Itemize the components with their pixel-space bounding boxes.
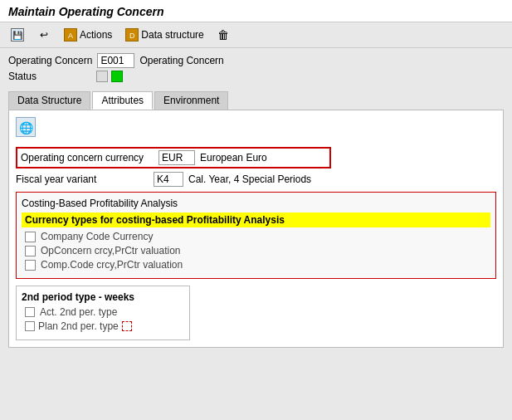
plan-period-checkbox[interactable] bbox=[25, 321, 35, 331]
checkbox-company-code: Company Code Currency bbox=[22, 231, 490, 242]
checkbox-compcode: Comp.Code crcy,PrCtr valuation bbox=[22, 259, 490, 271]
title-bar: Maintain Operating Concern bbox=[0, 0, 512, 22]
plan-period-row: Plan 2nd per. type bbox=[22, 320, 184, 332]
actions-icon: A bbox=[64, 28, 77, 42]
currency-label: Operating concern currency bbox=[21, 152, 154, 164]
data-structure-icon: D bbox=[125, 28, 139, 42]
period-section: 2nd period type - weeks Act. 2nd per. ty… bbox=[16, 286, 190, 340]
company-code-checkbox[interactable] bbox=[25, 232, 36, 242]
currency-input[interactable] bbox=[158, 150, 195, 165]
status-toggle[interactable] bbox=[96, 71, 123, 82]
act-period-row: Act. 2nd per. type bbox=[22, 306, 184, 318]
act-period-checkbox[interactable] bbox=[25, 307, 35, 317]
delete-button[interactable]: 🗑 bbox=[213, 26, 233, 44]
data-structure-label: Data structure bbox=[141, 29, 203, 41]
compcode-label: Comp.Code crcy,PrCtr valuation bbox=[41, 259, 183, 271]
tab-data-structure[interactable]: Data Structure bbox=[8, 91, 90, 110]
plan-period-label: Plan 2nd per. type bbox=[38, 320, 119, 332]
operating-concern-row: Operating Concern Operating Concern bbox=[8, 53, 504, 68]
operating-concern-input[interactable] bbox=[97, 53, 134, 68]
opconcern-label: OpConcern crcy,PrCtr valuation bbox=[41, 245, 181, 256]
fiscal-year-name: Cal. Year, 4 Special Periods bbox=[188, 173, 311, 185]
act-period-label: Act. 2nd per. type bbox=[40, 306, 117, 318]
operating-concern-name: Operating Concern bbox=[139, 55, 223, 66]
opconcern-checkbox[interactable] bbox=[25, 246, 36, 256]
compcode-checkbox[interactable] bbox=[25, 260, 36, 271]
content-area: 🌐 Operating concern currency European Eu… bbox=[8, 110, 504, 348]
fiscal-year-input[interactable] bbox=[154, 172, 183, 187]
toggle-on-icon bbox=[111, 71, 123, 82]
save-icon: 💾 bbox=[11, 28, 24, 42]
operating-concern-label: Operating Concern bbox=[8, 55, 92, 66]
tab-attributes[interactable]: Attributes bbox=[92, 91, 153, 110]
actions-label: Actions bbox=[80, 29, 112, 41]
currency-icon: 🌐 bbox=[16, 117, 36, 137]
currency-name: European Euro bbox=[200, 152, 267, 164]
status-row: Status bbox=[8, 71, 504, 82]
data-structure-button[interactable]: D Data structure bbox=[121, 26, 207, 44]
plan-dotted-box bbox=[122, 321, 132, 331]
delete-icon: 🗑 bbox=[217, 28, 229, 42]
actions-button[interactable]: A Actions bbox=[60, 26, 116, 44]
save-button[interactable]: 💾 bbox=[7, 26, 28, 44]
fiscal-year-row: Fiscal year variant Cal. Year, 4 Special… bbox=[16, 172, 496, 187]
tabs: Data Structure Attributes Environment bbox=[8, 91, 504, 110]
tab-environment[interactable]: Environment bbox=[154, 91, 228, 110]
checkbox-opconcern: OpConcern crcy,PrCtr valuation bbox=[22, 245, 490, 256]
page-title: Maintain Operating Concern bbox=[8, 5, 504, 18]
costing-section-title: Costing-Based Profitability Analysis bbox=[22, 198, 490, 209]
period-section-title: 2nd period type - weeks bbox=[22, 291, 184, 303]
currency-types-header: Currency types for costing-based Profita… bbox=[22, 212, 490, 227]
toolbar: 💾 ↩ A Actions D Data structure 🗑 bbox=[0, 22, 512, 48]
fiscal-year-label: Fiscal year variant bbox=[16, 173, 149, 185]
back-icon: ↩ bbox=[37, 28, 51, 42]
tabs-container: Data Structure Attributes Environment bbox=[0, 91, 512, 110]
company-code-label: Company Code Currency bbox=[41, 231, 153, 242]
status-label: Status bbox=[8, 71, 91, 82]
back-button[interactable]: ↩ bbox=[33, 26, 55, 44]
toggle-off-icon bbox=[96, 71, 108, 82]
form-area: Operating Concern Operating Concern Stat… bbox=[0, 48, 512, 88]
